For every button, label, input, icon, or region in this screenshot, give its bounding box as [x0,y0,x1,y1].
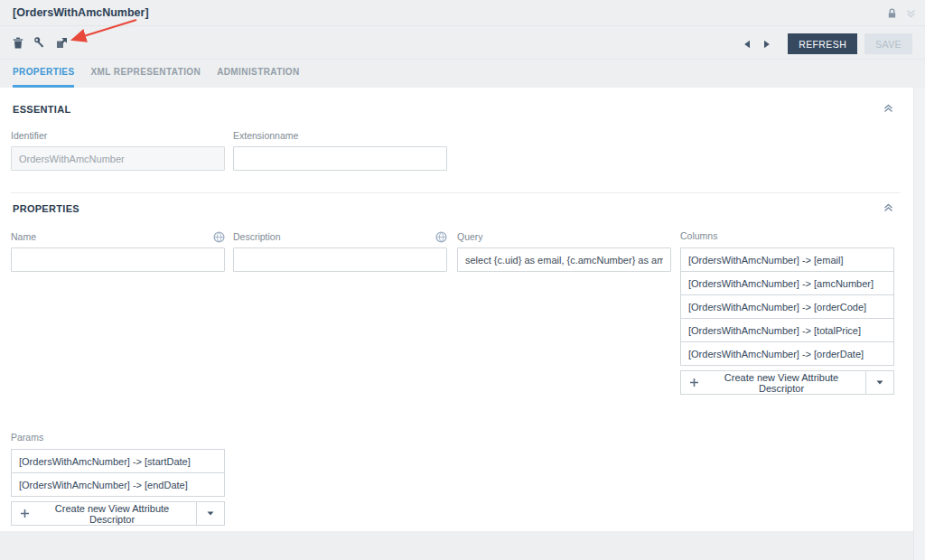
delete-button[interactable] [13,37,23,49]
editor-page: [OrdersWithAmcNumber] [0,0,925,560]
lock-icon[interactable] [887,8,897,19]
chevron-double-up-icon [883,104,893,113]
globe-icon[interactable] [435,231,447,243]
column-item[interactable]: [OrdersWithAmcNumber] -> [orderCode] [680,294,894,319]
scrollbar-gutter[interactable] [913,88,925,560]
column-item[interactable]: [OrdersWithAmcNumber] -> [totalPrice] [680,318,894,342]
collapse-panel-icon[interactable] [906,9,916,18]
param-item[interactable]: [OrdersWithAmcNumber] -> [endDate] [11,472,225,497]
param-item[interactable]: [OrdersWithAmcNumber] -> [startDate] [11,449,225,473]
key-button[interactable] [33,36,46,49]
popout-icon [56,37,68,49]
extensionname-field: Extensionname [233,129,447,171]
trash-icon [13,37,23,49]
params-label: Params [11,432,225,444]
column-item[interactable]: [OrdersWithAmcNumber] -> [amcNumber] [680,271,894,295]
name-input[interactable] [11,247,225,272]
section-divider [11,192,901,193]
tab-properties[interactable]: PROPERTIES [13,60,74,88]
plus-icon [20,509,30,518]
prev-icon [743,40,751,49]
name-field: Name [11,230,225,272]
create-column-descriptor-button[interactable]: Create new View Attribute Descriptor [680,370,894,395]
globe-icon[interactable] [213,231,225,243]
extensionname-label: Extensionname [233,130,298,141]
extensionname-input[interactable] [233,146,447,171]
plus-icon [689,378,699,387]
next-item-button[interactable] [761,40,773,49]
column-item[interactable]: [OrdersWithAmcNumber] -> [orderDate] [680,341,894,366]
columns-list: Columns [OrdersWithAmcNumber] -> [email]… [680,230,894,395]
name-label: Name [11,231,36,242]
chevron-double-up-icon [883,203,893,212]
next-icon [763,40,771,49]
description-input[interactable] [233,247,447,272]
tab-bar: PROPERTIES XML REPRESENTATION ADMINISTRA… [0,60,925,88]
section-title-properties: PROPERTIES [13,203,79,214]
save-button[interactable]: SAVE [864,33,912,54]
create-column-descriptor-label: Create new View Attribute Descriptor [705,372,857,394]
description-label: Description [233,231,281,242]
columns-label: Columns [680,230,894,243]
refresh-button[interactable]: REFRESH [788,33,857,54]
params-list: Params [OrdersWithAmcNumber] -> [startDa… [11,432,225,526]
collapse-essential-button[interactable] [883,104,893,113]
collapse-properties-button[interactable] [883,203,893,212]
content-area: ESSENTIAL Identifier Extensionname PROPE… [0,88,913,531]
create-param-descriptor-button[interactable]: Create new View Attribute Descriptor [11,501,225,526]
query-label: Query [457,231,483,242]
key-icon [33,36,46,49]
page-title: [OrdersWithAmcNumber] [13,6,149,19]
column-item[interactable]: [OrdersWithAmcNumber] -> [email] [680,247,894,272]
identifier-label: Identifier [11,130,47,141]
query-field: Query [457,230,671,272]
popout-button[interactable] [56,37,68,49]
section-title-essential: ESSENTIAL [13,104,70,115]
footer-strip [0,531,913,560]
prev-item-button[interactable] [741,40,753,49]
tab-xml-representation[interactable]: XML REPRESENTATION [90,60,201,88]
tab-administration[interactable]: ADMINISTRATION [217,60,300,88]
dropdown-caret-icon[interactable] [865,371,893,394]
dropdown-caret-icon[interactable] [196,502,224,525]
header-bar: [OrdersWithAmcNumber] [0,0,925,26]
create-param-descriptor-label: Create new View Attribute Descriptor [36,503,188,525]
toolbar: REFRESH SAVE [0,27,925,60]
description-field: Description [233,230,447,272]
identifier-field: Identifier [11,129,225,171]
identifier-input[interactable] [11,146,225,171]
query-input[interactable] [457,247,671,272]
